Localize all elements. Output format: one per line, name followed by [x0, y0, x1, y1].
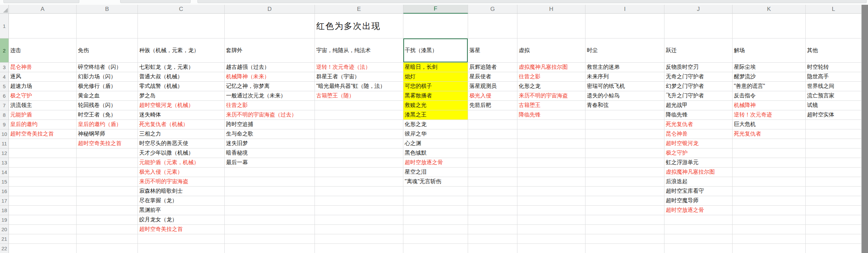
- cell-A10[interactable]: 超时空奇美拉之首: [9, 129, 77, 139]
- cell-I1[interactable]: [585, 14, 664, 38]
- cell-J18[interactable]: 超时空放逐之骨: [664, 206, 733, 215]
- cell-E20[interactable]: [315, 225, 403, 234]
- cell-K15[interactable]: [733, 177, 806, 187]
- cell-C7[interactable]: 超时空银河龙（机械）: [138, 101, 225, 110]
- cell-C8[interactable]: 迷失畸体: [138, 110, 225, 120]
- row-header-8[interactable]: 8: [0, 110, 9, 120]
- cell-E17[interactable]: [315, 196, 403, 206]
- cell-F22[interactable]: [403, 244, 468, 253]
- cell-H18[interactable]: [517, 206, 585, 215]
- cell-K6[interactable]: 反击指令: [733, 91, 806, 101]
- cell-E11[interactable]: [315, 139, 403, 148]
- cell-H2[interactable]: 虚拟: [517, 38, 585, 63]
- cell-E6[interactable]: 古籍堕王（随）: [315, 91, 403, 101]
- cell-B9[interactable]: 皇后的邀约（盾）: [77, 120, 138, 129]
- cell-F8[interactable]: 漆黑之王: [403, 110, 468, 120]
- cell-H1[interactable]: [517, 14, 585, 38]
- cell-D4[interactable]: 机械降神（未来）: [225, 72, 315, 82]
- cell-A5[interactable]: 超速力场: [9, 82, 77, 91]
- cell-B19[interactable]: [77, 215, 138, 225]
- cell-L6[interactable]: 流亡预言家: [806, 91, 862, 101]
- cell-I7[interactable]: 青春和弦: [585, 101, 664, 110]
- cell-B6[interactable]: 黄金之血: [77, 91, 138, 101]
- cell-F16[interactable]: [403, 187, 468, 196]
- cell-K5[interactable]: "善意的谎言": [733, 82, 806, 91]
- row-header-7[interactable]: 7: [0, 101, 9, 110]
- cell-I17[interactable]: [585, 196, 664, 206]
- cell-A19[interactable]: [9, 215, 77, 225]
- cell-J1[interactable]: [664, 14, 733, 38]
- row-header-11[interactable]: 11: [0, 139, 9, 148]
- row-header-21[interactable]: 21: [0, 234, 9, 244]
- cell-A7[interactable]: 洪流领主: [9, 101, 77, 110]
- cell-J2[interactable]: 跃迁: [664, 38, 733, 63]
- cell-B22[interactable]: [77, 244, 138, 253]
- cell-E12[interactable]: [315, 148, 403, 158]
- cell-L10[interactable]: [806, 129, 862, 139]
- cell-L5[interactable]: 世界线之间: [806, 82, 862, 91]
- cell-L9[interactable]: [806, 120, 862, 129]
- cell-J6[interactable]: 飞升之门守护者: [664, 91, 733, 101]
- cell-C10[interactable]: 三相之力: [138, 129, 225, 139]
- cell-B10[interactable]: 神秘钢琴师: [77, 129, 138, 139]
- cell-E15[interactable]: [315, 177, 403, 187]
- column-header-D[interactable]: D: [225, 5, 315, 14]
- cell-L15[interactable]: [806, 177, 862, 187]
- cell-J19[interactable]: [664, 215, 733, 225]
- column-header-H[interactable]: H: [517, 5, 585, 14]
- cell-D5[interactable]: 记忆之神，弥梦离: [225, 82, 315, 91]
- cell-F11[interactable]: 心之渊: [403, 139, 468, 148]
- column-header-G[interactable]: G: [468, 5, 517, 14]
- cell-K2[interactable]: 解场: [733, 38, 806, 63]
- cell-A4[interactable]: 逐风: [9, 72, 77, 82]
- cell-C2[interactable]: 种族（机械，元素，龙）: [138, 38, 225, 63]
- cell-J14[interactable]: 虚拟魔神凡塞拉尔图: [664, 168, 733, 177]
- cell-H10[interactable]: [517, 129, 585, 139]
- cell-A9[interactable]: 皇后的邀约: [9, 120, 77, 129]
- column-header-K[interactable]: K: [733, 5, 806, 14]
- cell-D16[interactable]: [225, 187, 315, 196]
- cell-K10[interactable]: 死光复仇者: [733, 129, 806, 139]
- cell-J17[interactable]: 超时空魔导师: [664, 196, 733, 206]
- cell-G21[interactable]: [468, 234, 517, 244]
- row-header-15[interactable]: 15: [0, 177, 9, 187]
- cell-I4[interactable]: 未来序列: [585, 72, 664, 82]
- cell-E18[interactable]: [315, 206, 403, 215]
- cell-G7[interactable]: 先箭后靶: [468, 101, 517, 110]
- cell-I10[interactable]: [585, 129, 664, 139]
- cell-G12[interactable]: [468, 148, 517, 158]
- row-header-9[interactable]: 9: [0, 120, 9, 129]
- cell-B14[interactable]: [77, 168, 138, 177]
- cell-C20[interactable]: 超时空奇美拉之首: [138, 225, 225, 234]
- cell-I2[interactable]: 时尘: [585, 38, 664, 63]
- cell-E22[interactable]: [315, 244, 403, 253]
- cell-F6[interactable]: 黑雾散播者: [403, 91, 468, 101]
- row-header-3[interactable]: 3: [0, 63, 9, 72]
- cell-L20[interactable]: [806, 225, 862, 234]
- cell-D22[interactable]: [225, 244, 315, 253]
- cell-B17[interactable]: [77, 196, 138, 206]
- row-header-13[interactable]: 13: [0, 158, 9, 168]
- cell-J22[interactable]: [664, 244, 733, 253]
- cell-A1[interactable]: [9, 14, 77, 38]
- vertical-scrollbar[interactable]: [862, 5, 868, 253]
- cell-C16[interactable]: 寂森林的暗歌剑士: [138, 187, 225, 196]
- cell-L14[interactable]: [806, 168, 862, 177]
- cell-D12[interactable]: 暗香秘境: [225, 148, 315, 158]
- cell-F21[interactable]: [403, 234, 468, 244]
- cell-D13[interactable]: 最后一幕: [225, 158, 315, 168]
- cell-E1[interactable]: 红色为多次出现: [315, 14, 403, 38]
- cell-H8[interactable]: 降临先锋: [517, 110, 585, 120]
- cell-D17[interactable]: [225, 196, 315, 206]
- cell-G10[interactable]: [468, 129, 517, 139]
- cell-C11[interactable]: 时空尽头的善恶天使: [138, 139, 225, 148]
- cell-B12[interactable]: [77, 148, 138, 158]
- cell-I6[interactable]: 遗失的小鲸鸟: [585, 91, 664, 101]
- cell-C3[interactable]: 七彩虹龙（龙，元素）: [138, 63, 225, 72]
- cell-I9[interactable]: [585, 120, 664, 129]
- cell-G5[interactable]: 落星观测员: [468, 82, 517, 91]
- cell-K21[interactable]: [733, 234, 806, 244]
- cell-E8[interactable]: [315, 110, 403, 120]
- column-header-L[interactable]: L: [806, 5, 862, 14]
- cell-C12[interactable]: 天才少年以撒（机械）: [138, 148, 225, 158]
